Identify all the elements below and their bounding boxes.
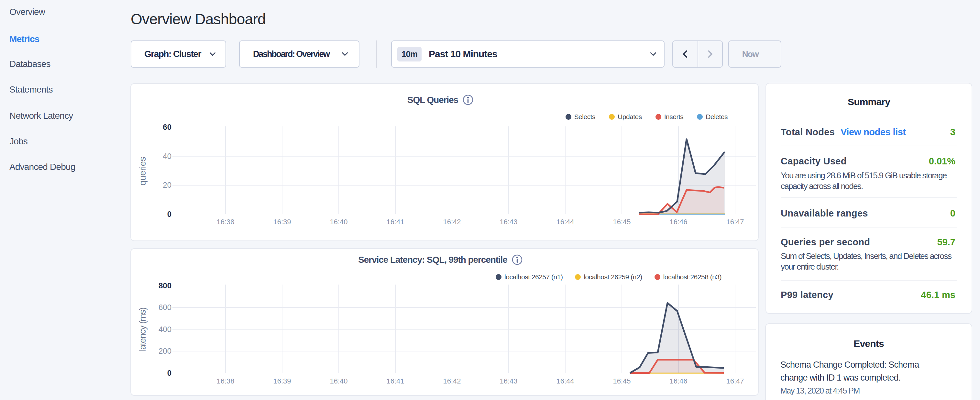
svg-text:16:40: 16:40 [330, 377, 347, 385]
svg-text:0: 0 [167, 369, 172, 377]
svg-text:16:45: 16:45 [613, 218, 631, 226]
svg-text:16:47: 16:47 [726, 218, 744, 226]
svg-text:16:43: 16:43 [500, 218, 517, 226]
svg-text:16:38: 16:38 [216, 218, 234, 226]
svg-text:60: 60 [163, 123, 172, 131]
svg-text:16:46: 16:46 [670, 218, 687, 226]
svg-text:16:44: 16:44 [556, 377, 574, 385]
svg-text:16:45: 16:45 [613, 377, 631, 385]
svg-text:16:42: 16:42 [443, 218, 461, 226]
svg-text:latency (ms): latency (ms) [137, 308, 148, 351]
svg-text:20: 20 [163, 180, 172, 189]
svg-text:40: 40 [163, 152, 172, 161]
svg-text:16:41: 16:41 [386, 377, 404, 385]
svg-text:16:46: 16:46 [670, 377, 687, 385]
svg-text:600: 600 [159, 303, 172, 312]
svg-text:16:42: 16:42 [443, 377, 461, 385]
svg-text:16:40: 16:40 [330, 218, 347, 226]
svg-text:16:44: 16:44 [556, 218, 574, 226]
svg-text:16:39: 16:39 [273, 218, 291, 226]
svg-text:16:43: 16:43 [500, 377, 517, 385]
svg-text:200: 200 [159, 347, 172, 355]
svg-text:400: 400 [159, 325, 172, 334]
svg-text:0: 0 [167, 210, 172, 218]
svg-text:16:41: 16:41 [386, 218, 404, 226]
svg-text:16:47: 16:47 [726, 377, 744, 385]
svg-text:16:39: 16:39 [273, 377, 291, 385]
svg-text:16:38: 16:38 [216, 377, 234, 385]
svg-text:queries: queries [137, 157, 148, 185]
svg-text:800: 800 [159, 281, 172, 290]
